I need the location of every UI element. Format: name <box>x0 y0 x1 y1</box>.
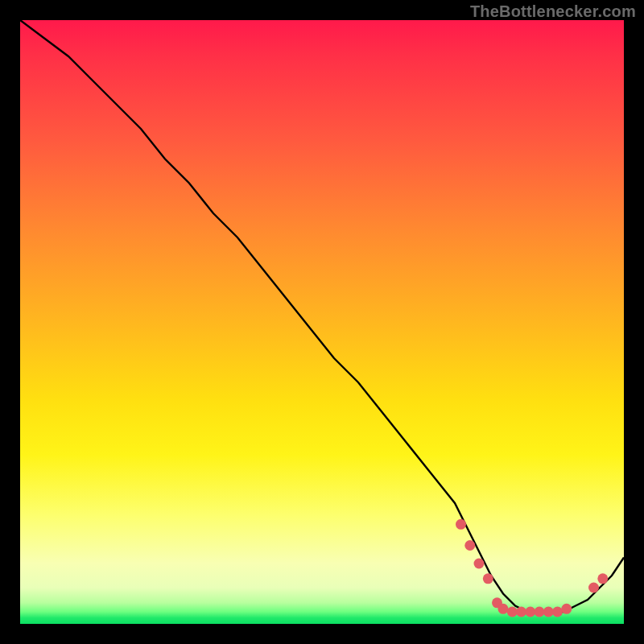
chart-frame: TheBottlenecker.com <box>0 0 644 644</box>
plot-area <box>20 20 624 624</box>
watermark-text: TheBottlenecker.com <box>470 2 636 21</box>
